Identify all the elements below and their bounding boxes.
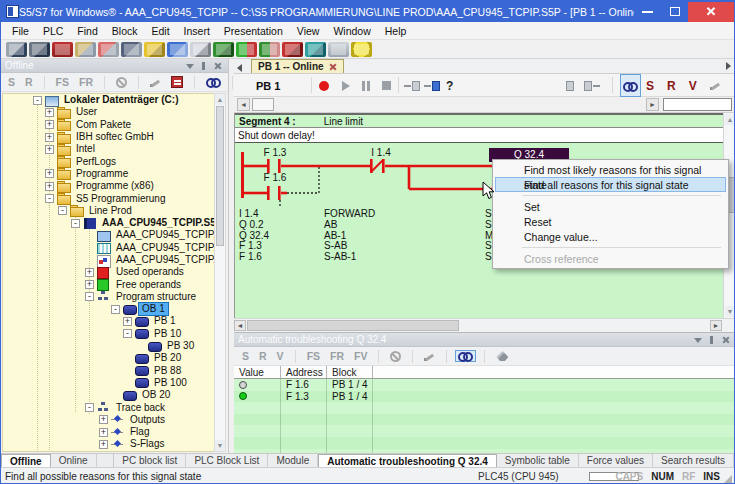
scroll-left-icon[interactable]: ◄ [237, 98, 250, 111]
tree-item[interactable]: - AAA_CPU945_TCPIP.S5P [3, 217, 214, 229]
status-letter-button[interactable]: V [689, 79, 697, 93]
panel-close-icon[interactable] [212, 61, 224, 71]
view-tab[interactable]: PC block list [114, 454, 186, 467]
tree-item[interactable]: + PB 1 [3, 315, 214, 327]
result-row[interactable]: F 1.3 PB 1 / 4 [234, 391, 735, 403]
offline-toolbar-button[interactable]: FS [53, 74, 72, 90]
offline-toolbar-button[interactable] [190, 74, 199, 91]
tree-expander-icon[interactable]: - [85, 403, 94, 412]
toolbar-icon[interactable] [6, 42, 27, 57]
column-header[interactable]: Value [234, 366, 281, 378]
tree-item[interactable]: OB 20 [3, 389, 214, 401]
context-menu-item[interactable]: Find most likely reasons for this signal… [495, 162, 726, 177]
dock-toolbar-button[interactable] [421, 349, 438, 364]
result-row[interactable] [234, 414, 735, 426]
toolbar-icon[interactable] [29, 42, 50, 57]
dock-toolbar-button[interactable]: FR [327, 348, 347, 364]
tree-item[interactable]: AAA_CPU945_TCPIP.SEQ [3, 242, 214, 254]
tree-expander-icon[interactable]: - [45, 194, 54, 203]
tree-expander-icon[interactable]: - [85, 292, 94, 301]
tree-expander-icon[interactable]: + [85, 280, 94, 289]
column-header[interactable]: Address [281, 366, 327, 378]
context-menu-item[interactable] [522, 247, 721, 248]
toolbar-icon[interactable] [236, 42, 257, 57]
tree-item[interactable]: - S5 Programmierung [3, 192, 214, 204]
tree-expander-icon[interactable]: + [45, 108, 54, 117]
dock-toolbar-button[interactable] [493, 349, 511, 363]
tree-expander-icon[interactable]: + [45, 182, 54, 191]
resize-grip[interactable] [724, 475, 732, 483]
scroll-left-icon[interactable]: ◄ [234, 320, 246, 331]
tree-item[interactable]: PerfLogs [3, 155, 214, 167]
toolbar-icon[interactable] [213, 42, 234, 57]
dock-toolbar-button[interactable] [408, 348, 417, 365]
view-tab[interactable]: Search results [653, 454, 734, 467]
view-tab[interactable]: Automatic troubleshooting Q 32.4 [318, 454, 497, 467]
dock-toolbar-button[interactable]: R [256, 348, 270, 364]
context-menu-item[interactable]: Find all reasons for this signal state [495, 177, 726, 192]
toolbar-icon[interactable] [282, 42, 303, 57]
scrollbar-thumb[interactable] [216, 106, 224, 246]
offline-toolbar-button[interactable] [100, 74, 109, 91]
tree-item[interactable]: + Intel [3, 143, 214, 155]
tree-expander-icon[interactable]: + [45, 133, 54, 142]
toolbar-icon[interactable] [98, 42, 119, 57]
tree-expander-icon[interactable]: + [123, 317, 132, 326]
tree-expander-icon[interactable]: + [99, 440, 108, 449]
tree-item[interactable]: PB 100 [3, 377, 214, 389]
tree-item[interactable]: PB 30 [3, 340, 214, 352]
dock-toolbar-button[interactable]: FV [351, 348, 370, 364]
tab-scroll-left-icon[interactable] [234, 60, 246, 73]
tree-expander-icon[interactable]: - [111, 305, 120, 314]
scroll-right-icon[interactable]: ► [710, 320, 722, 331]
scroll-up-icon[interactable]: ▲ [215, 94, 225, 105]
menu-item[interactable]: View [290, 23, 327, 39]
goto-breakpoint-button[interactable] [404, 74, 420, 97]
menu-item[interactable]: Presentation [217, 23, 290, 39]
tree-item[interactable]: + Programme [3, 168, 214, 180]
tree-item[interactable]: + Outputs [3, 414, 214, 426]
monitor-glasses-button[interactable] [620, 74, 641, 97]
tree-item[interactable]: + [3, 451, 214, 452]
dock-toolbar-button[interactable] [374, 348, 383, 365]
toolbar-icon[interactable] [52, 42, 73, 57]
close-button[interactable] [688, 2, 734, 22]
stop-button[interactable] [382, 74, 391, 97]
tree-item[interactable]: - Trace back [3, 401, 214, 413]
result-row[interactable]: F 1.6 PB 1 / 4 [234, 379, 735, 391]
tree-item[interactable]: + User [3, 106, 214, 118]
tree-item[interactable]: + Programme (x86) [3, 180, 214, 192]
contact-label[interactable]: F 1.6 [258, 172, 292, 183]
scroll-right-icon[interactable]: ► [646, 98, 659, 111]
panel-menu-icon[interactable] [692, 335, 704, 345]
context-menu-item[interactable]: Change value... [495, 229, 726, 244]
tree-expander-icon[interactable]: + [45, 145, 54, 154]
menu-item[interactable]: PLC [36, 23, 70, 39]
offline-toolbar-button[interactable] [203, 76, 224, 88]
view-tab[interactable]: Symbolic table [497, 454, 579, 467]
tree-item[interactable]: + Com Pakete [3, 119, 214, 131]
view-tab[interactable]: Force values [579, 454, 653, 467]
document-tab[interactable]: PB 1 -- Online [251, 59, 344, 73]
panel-menu-icon[interactable] [184, 61, 196, 71]
tree-expander-icon[interactable]: + [99, 428, 108, 437]
dock-toolbar-button[interactable] [387, 349, 404, 364]
help-button[interactable]: ? [446, 74, 453, 97]
dock-toolbar-button[interactable] [442, 348, 451, 365]
tree-item[interactable]: + Free operands [3, 278, 214, 290]
column-header[interactable]: Block [327, 366, 373, 378]
pause-button[interactable] [362, 74, 370, 97]
offline-toolbar-button[interactable]: S [5, 74, 18, 90]
offline-toolbar-button[interactable] [40, 74, 49, 91]
toolbar-icon[interactable] [305, 42, 326, 57]
offline-toolbar-button[interactable]: R [22, 74, 36, 90]
context-menu-item[interactable]: Cross reference [495, 251, 726, 266]
tree-item[interactable]: PB 88 [3, 365, 214, 377]
toolbar-icon[interactable] [75, 42, 96, 57]
scroll-down-icon[interactable]: ▼ [725, 306, 735, 317]
offline-toolbar-button[interactable] [147, 75, 164, 90]
tree-scrollbar[interactable]: ▲ ▼ [214, 93, 226, 452]
context-menu-item[interactable]: Set [495, 199, 726, 214]
dock-toolbar-button[interactable] [455, 350, 476, 362]
tree-item[interactable]: - Lokaler Datenträger (C:) [3, 94, 214, 106]
